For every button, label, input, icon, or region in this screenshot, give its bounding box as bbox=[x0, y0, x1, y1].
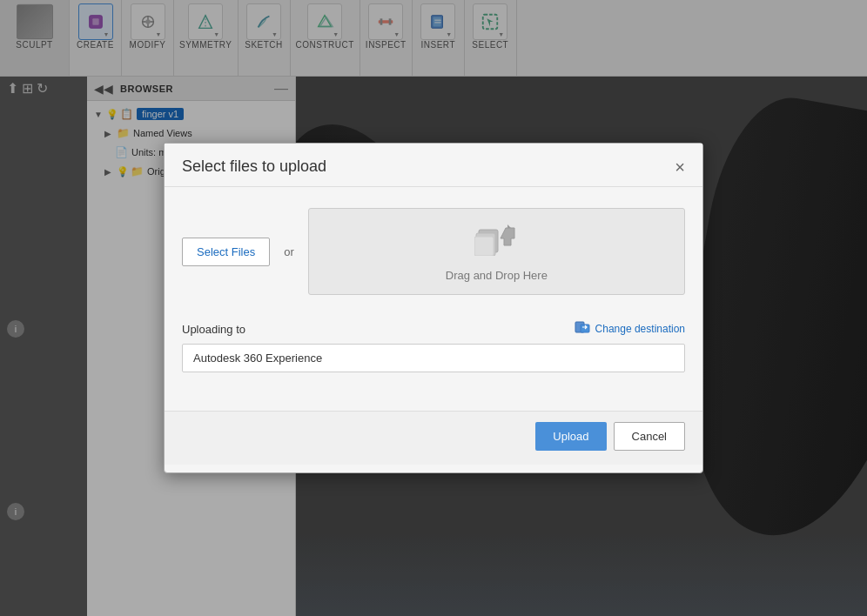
upload-modal: Select files to upload × Select Files or bbox=[164, 143, 703, 473]
modal-header: Select files to upload × bbox=[165, 144, 702, 187]
upload-area: Select Files or Drag and Drop Here bbox=[182, 208, 685, 295]
drag-drop-label: Drag and Drop Here bbox=[446, 269, 548, 282]
drag-drop-icon bbox=[474, 221, 518, 264]
modal-body: Select Files or Drag and Drop Here bbox=[165, 187, 702, 411]
change-destination-icon bbox=[575, 321, 590, 337]
modal-title: Select files to upload bbox=[182, 157, 326, 176]
select-files-button[interactable]: Select Files bbox=[182, 238, 270, 266]
uploading-label-row: Uploading to Change destination bbox=[182, 321, 685, 337]
uploading-to-text: Uploading to bbox=[182, 323, 245, 336]
change-destination-text: Change destination bbox=[595, 323, 685, 335]
change-destination-link[interactable]: Change destination bbox=[575, 321, 685, 337]
modal-footer: Upload Cancel bbox=[165, 411, 702, 465]
or-text: or bbox=[284, 245, 294, 258]
cancel-button[interactable]: Cancel bbox=[614, 422, 685, 451]
drag-drop-zone[interactable]: Drag and Drop Here bbox=[308, 208, 685, 295]
modal-overlay: Select files to upload × Select Files or bbox=[0, 0, 867, 616]
destination-value: Autodesk 360 Experience bbox=[182, 344, 685, 372]
modal-close-button[interactable]: × bbox=[675, 158, 685, 176]
svg-rect-14 bbox=[474, 237, 494, 256]
upload-button[interactable]: Upload bbox=[535, 422, 606, 451]
uploading-section: Uploading to Change destination Autodesk… bbox=[182, 321, 685, 372]
